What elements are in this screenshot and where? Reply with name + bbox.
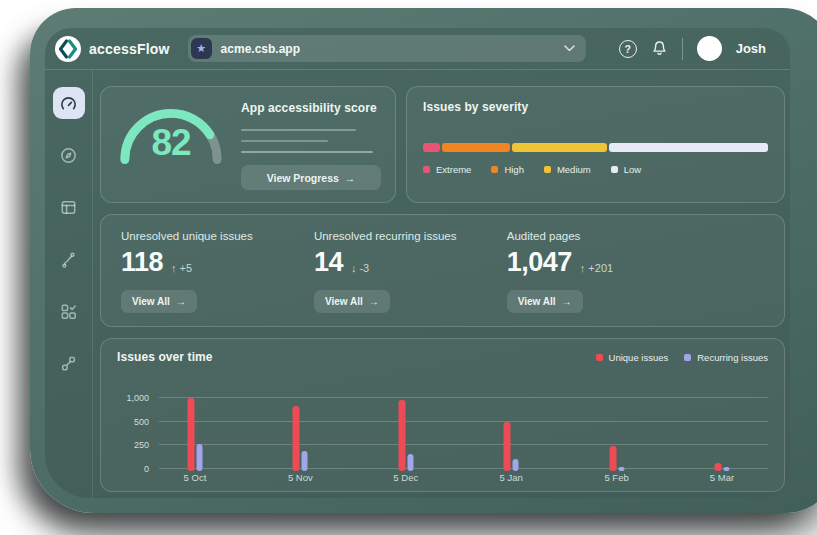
plug-icon [59,354,78,373]
chart-x-axis: 5 Oct5 Nov5 Dec5 Jan5 Feb5 Mar [159,469,768,485]
project-selector-dropdown[interactable]: ★ acme.csb.app [188,35,586,62]
avatar[interactable] [697,36,722,61]
y-tick-label: 500 [134,417,149,427]
topbar: accessFlow ★ acme.csb.app ? [45,28,790,70]
legend-label: Medium [557,164,591,175]
severity-segment-medium [512,143,607,152]
gridline [159,421,768,422]
sidebar-item-integrations[interactable] [53,347,85,379]
view-progress-label: View Progress [267,172,339,184]
x-tick-label: 5 Dec [393,472,418,483]
unique-issues-swatch [596,354,603,361]
stat-delta: +201 [588,262,613,274]
score-card: 82 App accessibility score View Progress… [100,86,396,203]
severity-legend: Extreme High Medium Low [423,164,768,175]
gridline [159,397,768,398]
sidebar [45,70,93,498]
stat-unresolved-recurring: Unresolved recurring issues 14 ↓-3 View … [314,230,507,313]
notifications-button[interactable] [651,40,668,57]
app-window: accessFlow ★ acme.csb.app ? [30,8,817,513]
sidebar-item-flows[interactable] [53,243,85,275]
brand: accessFlow [55,36,170,62]
bar-unique-issues [609,446,616,471]
stat-trend: ↑+5 [171,262,192,276]
star-icon: ★ [191,38,212,59]
help-button[interactable]: ? [619,40,637,58]
legend-label: Low [624,164,641,175]
gauge-icon [59,94,78,113]
severity-segment-low [609,143,768,152]
severity-legend-item: High [491,164,524,175]
stat-audited-pages: Audited pages 1,047 ↑+201 View All→ [507,230,764,313]
view-all-unique-button[interactable]: View All→ [121,290,197,313]
chart-plot [159,372,768,469]
chart-legend-item: Unique issues [596,352,669,363]
compass-icon [59,146,78,165]
severity-legend-item: Medium [544,164,591,175]
issues-over-time-card: Issues over time Unique issues Recurring… [100,338,785,492]
severity-card: Issues by severity Extreme High Medium L… [406,86,785,203]
stat-label: Audited pages [507,230,764,242]
view-all-label: View All [518,296,556,307]
arrow-down-icon: ↓ [351,262,357,274]
screenshot-canvas: accessFlow ★ acme.csb.app ? [0,0,817,535]
sidebar-item-tasks[interactable] [53,295,85,327]
bar-group-5-jan [504,422,519,471]
stat-value: 14 [314,249,343,276]
bar-recurring-issues [196,444,202,471]
y-tick-label: 250 [134,440,149,450]
stat-trend: ↑+201 [580,262,613,276]
help-icon: ? [619,40,637,58]
arrow-right-icon: → [562,296,572,307]
legend-label: Unique issues [609,352,669,363]
stats-card: Unresolved unique issues 118 ↑+5 View Al… [100,214,785,327]
grid-check-icon [59,302,78,321]
bell-icon [651,40,668,57]
medium-swatch [544,166,551,173]
chart-title: Issues over time [117,350,213,364]
sidebar-item-pages[interactable] [53,191,85,223]
bar-unique-issues [504,422,511,471]
x-tick-label: 5 Oct [184,472,207,483]
score-value: 82 [115,122,227,164]
extreme-swatch [423,166,430,173]
x-tick-label: 5 Mar [710,472,734,483]
score-card-title: App accessibility score [241,101,381,115]
layout-icon [59,198,78,217]
flow-icon [59,250,78,269]
arrow-right-icon: → [369,296,379,307]
arrow-up-icon: ↑ [171,262,177,274]
brand-name: accessFlow [89,41,170,57]
bar-group-5-oct [187,398,202,471]
bar-group-5-nov [293,406,308,471]
sidebar-item-dashboard[interactable] [53,87,85,119]
view-all-recurring-button[interactable]: View All→ [314,290,390,313]
stat-value: 1,047 [507,249,572,276]
main-content: 82 App accessibility score View Progress… [93,70,790,498]
stat-delta: -3 [359,262,369,274]
high-swatch [491,166,498,173]
legend-label: Extreme [436,164,471,175]
x-tick-label: 5 Nov [288,472,313,483]
bar-unique-issues [398,400,405,471]
x-tick-label: 5 Jan [500,472,523,483]
text-placeholder-line [241,129,356,131]
stat-label: Unresolved recurring issues [314,230,507,242]
view-all-label: View All [325,296,363,307]
stat-trend: ↓-3 [351,262,369,276]
chart-legend: Unique issues Recurring issues [596,352,768,363]
severity-segment-extreme [423,143,440,152]
severity-legend-item: Extreme [423,164,471,175]
view-all-pages-button[interactable]: View All→ [507,290,583,313]
app-surface: accessFlow ★ acme.csb.app ? [45,28,790,498]
view-progress-button[interactable]: View Progress → [241,165,381,190]
text-placeholder-line [241,140,328,142]
brand-logo-icon [55,36,81,62]
severity-segment-high [442,143,510,152]
sidebar-item-explore[interactable] [53,139,85,171]
stat-value: 118 [121,249,163,276]
low-swatch [611,166,618,173]
view-all-label: View All [132,296,170,307]
bar-unique-issues [293,406,300,471]
stat-delta: +5 [180,262,193,274]
